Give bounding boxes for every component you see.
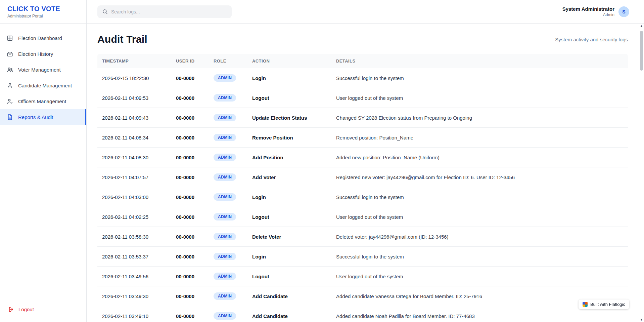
table-row: 2026-02-11 03:49:1000-0000ADMINAdd Candi…	[97, 306, 628, 322]
cell-action: Login	[247, 247, 331, 267]
person-icon	[7, 82, 13, 89]
sidebar: Election DashboardElection HistoryVoter …	[0, 24, 87, 322]
user-block[interactable]: System Administrator Admin S	[562, 6, 629, 17]
cell-role: ADMIN	[209, 306, 247, 322]
cell-details: Added new position: Position_Name (Unifo…	[331, 148, 628, 167]
table-row: 2026-02-11 04:02:2500-0000ADMINLogoutUse…	[97, 207, 628, 227]
cell-user-id: 00-0000	[171, 167, 209, 187]
table-row: 2026-02-11 03:58:3000-0000ADMINDelete Vo…	[97, 227, 628, 247]
column-header-timestamp: TIMESTAMP	[97, 54, 171, 68]
flatlogic-logo-icon	[583, 302, 588, 307]
cell-action: Remove Position	[247, 128, 331, 148]
logout-button[interactable]: Logout	[0, 298, 86, 322]
header-row: TIMESTAMPUSER IDROLEACTIONDETAILS	[97, 54, 628, 68]
audit-table-body: 2026-02-15 18:22:3000-0000ADMINLoginSucc…	[97, 68, 628, 322]
user-meta: System Administrator Admin	[562, 6, 614, 17]
role-badge: ADMIN	[214, 193, 236, 201]
cell-timestamp: 2026-02-11 04:03:00	[97, 187, 171, 207]
sidebar-item-voter-management[interactable]: Voter Management	[0, 62, 86, 78]
sidebar-item-election-history[interactable]: Election History	[0, 46, 86, 62]
sidebar-nav: Election DashboardElection HistoryVoter …	[0, 30, 86, 125]
user-role: Admin	[562, 12, 614, 17]
cell-user-id: 00-0000	[171, 207, 209, 227]
search-box[interactable]	[97, 5, 232, 18]
sidebar-item-candidate-management[interactable]: Candidate Management	[0, 78, 86, 93]
table-row: 2026-02-11 04:03:0000-0000ADMINLoginSucc…	[97, 187, 628, 207]
role-badge: ADMIN	[214, 233, 236, 240]
sidebar-item-label: Voter Management	[18, 67, 61, 73]
cell-details: Successful login to the system	[331, 68, 628, 88]
cell-details: Removed position: Position_Name	[331, 128, 628, 148]
cell-timestamp: 2026-02-15 18:22:30	[97, 68, 171, 88]
cell-user-id: 00-0000	[171, 68, 209, 88]
cell-action: Logout	[247, 88, 331, 108]
sidebar-item-officers-management[interactable]: Officers Management	[0, 93, 86, 109]
scroll-down-icon[interactable]: ▼	[639, 318, 644, 321]
cell-timestamp: 2026-02-11 04:08:34	[97, 128, 171, 148]
cell-action: Login	[247, 68, 331, 88]
cell-details: User logged out of the system	[331, 88, 628, 108]
cell-timestamp: 2026-02-11 04:09:53	[97, 88, 171, 108]
built-with-flatlogic-badge[interactable]: Built with Flatlogic	[579, 299, 629, 309]
column-header-details: DETAILS	[331, 54, 628, 68]
cell-details: Successful login to the system	[331, 247, 628, 267]
role-badge: ADMIN	[214, 114, 236, 121]
table-row: 2026-02-11 04:08:3000-0000ADMINAdd Posit…	[97, 148, 628, 167]
role-badge: ADMIN	[214, 273, 236, 280]
search-input[interactable]	[111, 9, 227, 14]
cell-timestamp: 2026-02-11 03:49:30	[97, 286, 171, 306]
sidebar-item-label: Reports & Audit	[18, 114, 53, 120]
cell-timestamp: 2026-02-11 03:53:37	[97, 247, 171, 267]
document-icon	[7, 114, 13, 120]
user-name: System Administrator	[562, 6, 614, 12]
sidebar-item-label: Officers Management	[18, 98, 66, 104]
cell-action: Add Voter	[247, 167, 331, 187]
cell-timestamp: 2026-02-11 04:08:30	[97, 148, 171, 167]
cell-timestamp: 2026-02-11 04:07:57	[97, 167, 171, 187]
cell-user-id: 00-0000	[171, 286, 209, 306]
logout-label: Logout	[18, 307, 34, 312]
role-badge: ADMIN	[214, 213, 236, 220]
cell-user-id: 00-0000	[171, 227, 209, 247]
page-head: Audit Trail System activity and security…	[97, 34, 628, 45]
brand-title: CLICK TO VOTE	[7, 5, 79, 13]
cell-user-id: 00-0000	[171, 108, 209, 128]
cell-user-id: 00-0000	[171, 267, 209, 286]
sidebar-item-reports-audit[interactable]: Reports & Audit	[0, 109, 86, 125]
cell-role: ADMIN	[209, 68, 247, 88]
cell-user-id: 00-0000	[171, 148, 209, 167]
scroll-up-icon[interactable]: ▲	[639, 24, 644, 28]
column-header-action: ACTION	[247, 54, 331, 68]
cell-action: Login	[247, 187, 331, 207]
search-icon	[102, 9, 108, 14]
cell-user-id: 00-0000	[171, 128, 209, 148]
sidebar-spacer	[0, 125, 86, 298]
role-badge: ADMIN	[214, 292, 236, 300]
admin-portal: CLICK TO VOTE Administrator Portal Syste…	[0, 0, 644, 322]
cell-role: ADMIN	[209, 247, 247, 267]
cell-role: ADMIN	[209, 108, 247, 128]
main-content: Audit Trail System activity and security…	[87, 24, 644, 322]
cell-action: Add Position	[247, 148, 331, 167]
ballot-box-icon	[7, 51, 13, 57]
vertical-scrollbar[interactable]: ▲ ▼	[639, 24, 644, 322]
avatar[interactable]: S	[618, 6, 629, 17]
role-badge: ADMIN	[214, 74, 236, 82]
table-row: 2026-02-11 04:08:3400-0000ADMINRemove Po…	[97, 128, 628, 148]
audit-table: TIMESTAMPUSER IDROLEACTIONDETAILS 2026-0…	[97, 54, 628, 322]
role-badge: ADMIN	[214, 312, 236, 320]
table-row: 2026-02-11 03:53:3700-0000ADMINLoginSucc…	[97, 247, 628, 267]
audit-table-head: TIMESTAMPUSER IDROLEACTIONDETAILS	[97, 54, 628, 68]
person-check-icon	[7, 98, 13, 105]
cell-timestamp: 2026-02-11 03:49:56	[97, 267, 171, 286]
cell-user-id: 00-0000	[171, 306, 209, 322]
scrollbar-thumb[interactable]	[640, 31, 643, 71]
cell-details: Registered new voter: jay44296@gmail.com…	[331, 167, 628, 187]
sidebar-item-label: Candidate Management	[18, 83, 72, 88]
role-badge: ADMIN	[214, 173, 236, 181]
table-row: 2026-02-11 04:09:5300-0000ADMINLogoutUse…	[97, 88, 628, 108]
cell-user-id: 00-0000	[171, 88, 209, 108]
sidebar-item-election-dashboard[interactable]: Election Dashboard	[0, 30, 86, 46]
cell-role: ADMIN	[209, 207, 247, 227]
column-header-role: ROLE	[209, 54, 247, 68]
